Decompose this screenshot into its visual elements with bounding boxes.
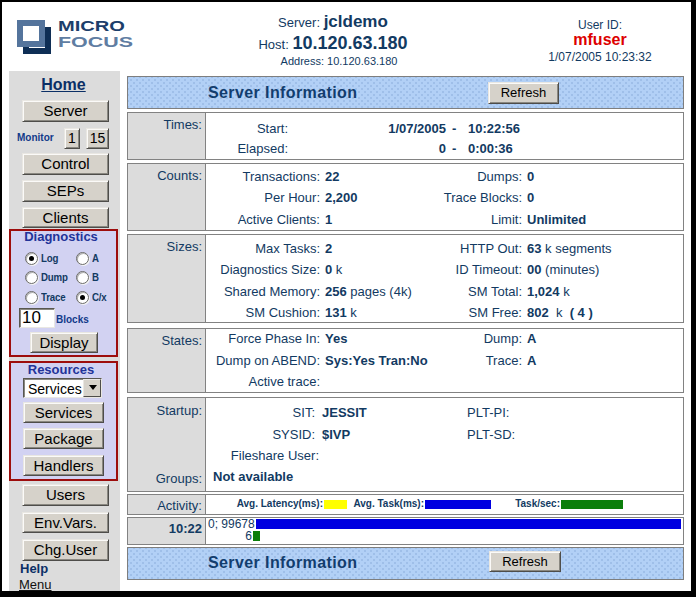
svg-text:MICRO: MICRO: [58, 17, 125, 34]
svg-text:FOCUS: FOCUS: [58, 33, 133, 50]
